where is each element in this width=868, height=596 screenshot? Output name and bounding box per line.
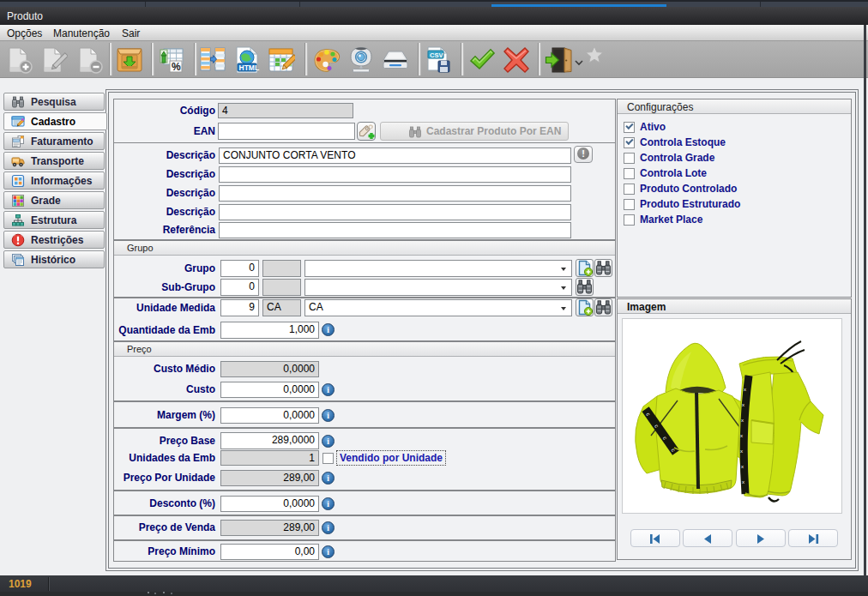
- svg-text:HTML: HTML: [239, 63, 260, 72]
- svg-text:x: x: [740, 433, 743, 438]
- svg-text:%: %: [172, 61, 181, 73]
- svg-text:x: x: [744, 387, 746, 392]
- svg-text:x: x: [741, 418, 744, 423]
- svg-text:x: x: [742, 479, 744, 485]
- svg-text:x: x: [740, 449, 743, 454]
- svg-text:x: x: [741, 464, 744, 469]
- svg-text:x: x: [742, 402, 744, 407]
- svg-text:CSV: CSV: [430, 51, 443, 59]
